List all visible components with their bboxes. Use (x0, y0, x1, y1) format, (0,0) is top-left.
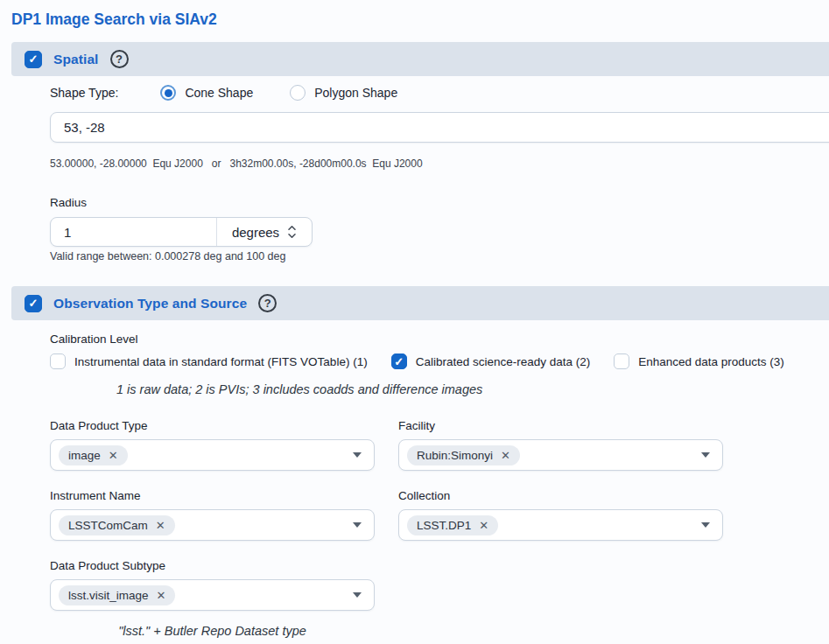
radius-label: Radius (50, 196, 829, 209)
selected-value-chip: lsst.visit_image ✕ (59, 585, 175, 606)
selected-value-chip: image ✕ (59, 445, 128, 466)
chevron-down-icon (353, 522, 362, 528)
checkbox-enhanced-products-label: Enhanced data products (3) (638, 355, 784, 368)
radio-polygon-shape[interactable]: Polygon Shape (290, 85, 397, 101)
observation-help-icon[interactable]: ? (258, 294, 277, 312)
collection-field: Collection LSST.DP1 ✕ (398, 489, 723, 541)
collection-combobox[interactable]: LSST.DP1 ✕ (398, 509, 723, 541)
checkbox-calibrated-data[interactable]: ✓ Calibrated science-ready data (2) (391, 354, 591, 369)
chip-label: lsst.visit_image (68, 589, 149, 602)
collection-label: Collection (398, 489, 723, 502)
chevron-down-icon (701, 522, 710, 528)
chip-label: LSSTComCam (68, 519, 148, 532)
checkbox-enhanced-products[interactable]: ✓ Enhanced data products (3) (614, 354, 784, 369)
observation-section-title: Observation Type and Source (53, 296, 247, 312)
selected-value-chip: LSST.DP1 ✕ (407, 515, 498, 536)
chevron-down-icon (353, 592, 362, 598)
checkbox-icon: ✓ (614, 354, 629, 369)
chip-remove-icon[interactable]: ✕ (479, 520, 488, 531)
checkbox-icon: ✓ (391, 354, 407, 369)
calibration-level-label: Calibration Level (50, 332, 829, 346)
facility-label: Facility (398, 419, 723, 432)
chip-remove-icon[interactable]: ✕ (156, 520, 165, 531)
instrument-name-field: Instrument Name LSSTComCam ✕ (50, 489, 375, 541)
radius-input-group: 1 degrees (50, 217, 313, 247)
observation-enable-checkbox[interactable]: ✓ (25, 295, 42, 312)
chip-remove-icon[interactable]: ✕ (109, 450, 118, 461)
chip-remove-icon[interactable]: ✕ (501, 450, 510, 461)
checkbox-calibrated-data-label: Calibrated science-ready data (2) (416, 355, 591, 368)
chip-remove-icon[interactable]: ✕ (157, 590, 166, 601)
page-title: DP1 Image Search via SIAv2 (11, 10, 829, 29)
position-coordinates-input[interactable]: 53, -28 (50, 112, 829, 143)
shape-type-row: Shape Type: Cone Shape Polygon Shape (50, 85, 829, 101)
data-product-type-field: Data Product Type image ✕ (50, 419, 375, 471)
calibration-level-hint: 1 is raw data; 2 is PVIs; 3 includes coa… (116, 382, 829, 396)
checkbox-instrumental-data[interactable]: ✓ Instrumental data in standard format (… (50, 354, 368, 369)
radius-unit-value: degrees (232, 225, 279, 240)
observation-fields-grid: Data Product Type image ✕ Facility Rubin… (50, 419, 829, 611)
spatial-section-title: Spatial (53, 52, 99, 67)
radio-polygon-shape-label: Polygon Shape (314, 86, 397, 100)
facility-field: Facility Rubin:Simonyi ✕ (398, 419, 723, 471)
subtype-hint: "lsst." + Butler Repo Dataset type (50, 624, 375, 638)
radio-cone-shape-label: Cone Shape (185, 86, 253, 100)
spatial-section-header: ✓ Spatial ? (11, 42, 829, 76)
radio-button-icon (160, 85, 176, 101)
data-product-subtype-label: Data Product Subtype (50, 559, 375, 572)
instrument-name-combobox[interactable]: LSSTComCam ✕ (50, 509, 375, 541)
radius-value-input[interactable]: 1 (51, 218, 217, 246)
chevron-down-icon (701, 452, 710, 458)
chip-label: image (68, 449, 101, 462)
spatial-help-icon[interactable]: ? (110, 50, 129, 68)
radio-button-icon (290, 85, 306, 101)
radio-cone-shape[interactable]: Cone Shape (160, 85, 253, 101)
data-product-type-label: Data Product Type (50, 419, 375, 432)
stepper-up-down-icon (287, 224, 297, 240)
checkbox-icon: ✓ (50, 354, 66, 369)
observation-section-header: ✓ Observation Type and Source ? (11, 286, 829, 320)
selected-value-chip: Rubin:Simonyi ✕ (407, 445, 520, 466)
check-icon: ✓ (29, 53, 39, 65)
data-product-type-combobox[interactable]: image ✕ (50, 439, 375, 471)
chip-label: Rubin:Simonyi (417, 449, 493, 462)
sia-search-form: DP1 Image Search via SIAv2 ✓ Spatial ? S… (0, 0, 829, 644)
shape-type-label: Shape Type: (50, 86, 118, 100)
coordinates-hint: 53.00000, -28.00000 Equ J2000 or 3h32m00… (50, 158, 829, 170)
data-product-subtype-field: Data Product Subtype lsst.visit_image ✕ (50, 559, 375, 611)
check-icon: ✓ (29, 298, 39, 309)
instrument-name-label: Instrument Name (50, 489, 375, 502)
radius-unit-select[interactable]: degrees (217, 218, 312, 246)
selected-value-chip: LSSTComCam ✕ (59, 515, 175, 536)
chevron-down-icon (353, 452, 362, 458)
chip-label: LSST.DP1 (417, 519, 471, 532)
radius-valid-range-hint: Valid range between: 0.000278 deg and 10… (50, 250, 829, 262)
grid-spacer (398, 559, 723, 611)
checkbox-instrumental-data-label: Instrumental data in standard format (FI… (74, 355, 368, 368)
facility-combobox[interactable]: Rubin:Simonyi ✕ (398, 439, 723, 471)
data-product-subtype-combobox[interactable]: lsst.visit_image ✕ (50, 579, 375, 611)
calibration-level-options: ✓ Instrumental data in standard format (… (50, 354, 829, 369)
spatial-enable-checkbox[interactable]: ✓ (25, 51, 42, 68)
